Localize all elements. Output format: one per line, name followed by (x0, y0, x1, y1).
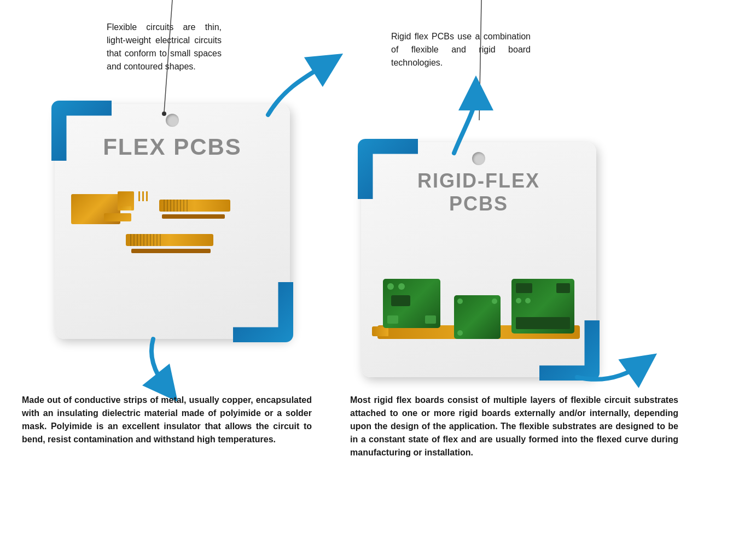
text-top-left: Flexible circuits are thin, light-weight… (107, 21, 222, 73)
flex-pcb-title: FLEX PCBs (55, 134, 290, 160)
text-top-right: Rigid flex PCBs use a combination of fle… (391, 30, 531, 69)
card-hole (166, 114, 179, 127)
rigid-flex-images (372, 241, 585, 355)
rigid-flex-pcb-title: RIGID-FLEX PCBs (361, 169, 596, 215)
rigid-flex-pcb-card: RIGID-FLEX PCBs (361, 142, 596, 377)
flex-pcb-card: FLEX PCBs (55, 104, 290, 339)
rigid-card-hole (472, 152, 485, 165)
flex-pcb-complex (71, 191, 150, 230)
text-bottom-right: Most rigid flex boards consist of multip… (350, 394, 678, 459)
flex-ribbon-2 (126, 234, 213, 253)
text-bottom-left: Made out of conductive strips of metal, … (22, 394, 312, 446)
flex-pcb-images (71, 191, 274, 312)
flex-ribbon-1 (159, 200, 230, 219)
